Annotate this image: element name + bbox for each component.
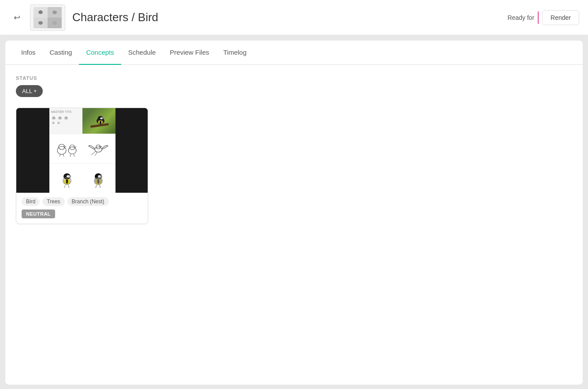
svg-point-5 [39, 10, 42, 12]
concept-tags: Bird Trees Branch (Nest) [16, 193, 148, 209]
chevron-down-icon: ▾ [34, 88, 37, 94]
svg-point-31 [63, 146, 64, 147]
bird-photo [82, 108, 115, 134]
tag-branch[interactable]: Branch (Nest) [67, 197, 109, 206]
svg-point-8 [52, 21, 57, 25]
render-button[interactable]: Render [542, 10, 579, 25]
preview-left-panel [16, 108, 49, 193]
concept-preview: MASTER TITS [16, 108, 148, 193]
tag-bird[interactable]: Bird [22, 197, 40, 206]
svg-point-14 [65, 116, 67, 118]
thumbnail-image [33, 7, 62, 28]
top-right-actions: Ready for Render [507, 10, 579, 25]
svg-line-33 [63, 154, 64, 157]
svg-line-32 [60, 154, 60, 157]
back-icon: ↩ [14, 13, 20, 22]
bird-colored-1 [57, 167, 77, 190]
preview-row-3 [49, 164, 115, 193]
tab-preview-files[interactable]: Preview Files [163, 41, 216, 65]
tab-schedule[interactable]: Schedule [121, 41, 163, 65]
back-button[interactable]: ↩ [9, 10, 25, 26]
svg-point-7 [38, 21, 43, 25]
preview-right-panel [115, 108, 148, 193]
filter-value: ALL [22, 88, 32, 94]
bird-colored-1-svg [57, 167, 77, 188]
svg-point-43 [99, 146, 100, 147]
tab-infos[interactable]: Infos [14, 41, 43, 65]
status-filter-dropdown[interactable]: ALL ▾ [16, 85, 43, 97]
svg-point-52 [69, 176, 69, 176]
bird-colored-2-svg [89, 167, 108, 188]
svg-line-54 [68, 185, 69, 188]
main-content: Infos Casting Concepts Schedule Preview … [5, 41, 583, 385]
preview-center-panel: MASTER TITS [49, 108, 115, 193]
concept-status-badge: NEUTRAL [22, 209, 55, 218]
svg-line-39 [74, 154, 74, 157]
svg-point-10 [53, 116, 55, 118]
svg-line-64 [96, 185, 97, 188]
preview-row-2 [49, 134, 115, 164]
svg-point-40 [95, 147, 102, 152]
page-title: Characters / Bird [72, 11, 507, 24]
ready-for-label: Ready for [507, 14, 534, 21]
tab-casting[interactable]: Casting [43, 41, 79, 65]
bird-photo-svg [88, 110, 110, 131]
entity-thumbnail [30, 4, 65, 31]
svg-line-53 [64, 185, 65, 188]
tag-trees[interactable]: Trees [42, 197, 64, 206]
svg-line-38 [70, 154, 71, 157]
tab-bar: Infos Casting Concepts Schedule Preview … [5, 41, 583, 65]
svg-point-26 [100, 117, 101, 118]
bird-colored-2 [89, 167, 108, 190]
bird-flying-sketch [87, 138, 110, 159]
svg-line-65 [100, 185, 100, 188]
content-area: STATUS ALL ▾ MASTER TITS [5, 65, 583, 235]
status-section-label: STATUS [16, 75, 572, 81]
tab-timelog[interactable]: Timelog [216, 41, 254, 65]
bird-outline-svg [55, 138, 79, 157]
top-bar: ↩ Characters / Bird Ready for Render [0, 0, 588, 35]
svg-point-60 [94, 177, 102, 184]
svg-point-63 [100, 176, 100, 176]
bird-reference-text: MASTER TITS [49, 108, 82, 134]
bird-sketch-outline [55, 138, 79, 159]
svg-point-18 [58, 122, 60, 123]
svg-point-25 [100, 117, 103, 120]
svg-point-12 [59, 116, 61, 118]
svg-rect-23 [100, 121, 101, 124]
svg-rect-48 [66, 179, 68, 183]
svg-point-16 [52, 122, 54, 123]
concept-card[interactable]: MASTER TITS [16, 108, 148, 224]
concepts-grid: MASTER TITS [16, 108, 572, 224]
bird-flying-svg [87, 138, 110, 157]
svg-point-6 [52, 11, 57, 14]
tab-concepts[interactable]: Concepts [79, 41, 121, 65]
preview-row-1: MASTER TITS [49, 108, 115, 134]
divider [538, 11, 539, 24]
svg-point-37 [73, 146, 74, 147]
svg-marker-27 [103, 118, 105, 119]
